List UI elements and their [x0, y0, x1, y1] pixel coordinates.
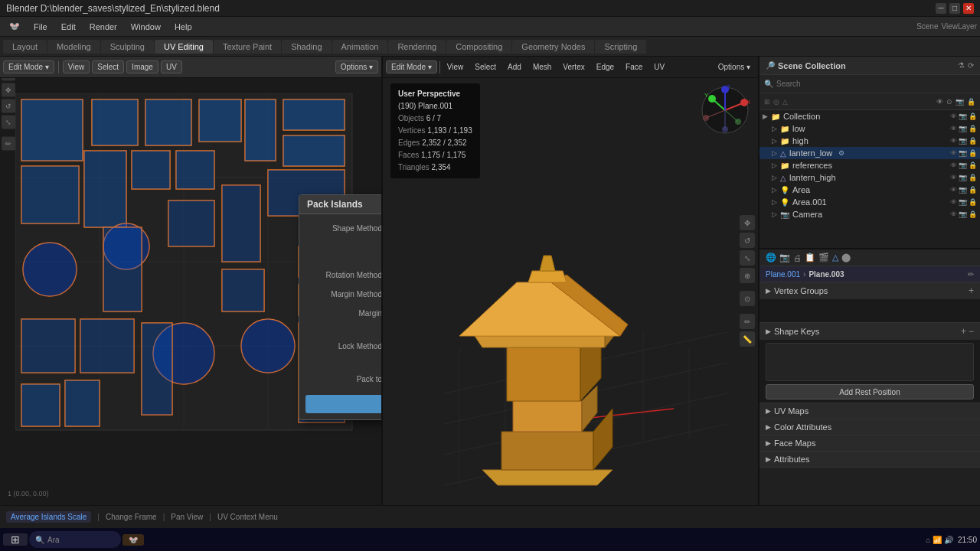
tree-item-camera[interactable]: ▷ 📷 Camera 👁 📷 🔒: [760, 208, 980, 220]
lock-btn-collection[interactable]: 🔒: [969, 112, 977, 120]
vp-vertex-menu[interactable]: Vertex: [558, 61, 589, 73]
menu-render[interactable]: Render: [83, 21, 123, 33]
tree-item-lantern-high[interactable]: ▷ △ lantern_high 👁 📷 🔒: [760, 171, 980, 184]
render-props-icon[interactable]: 📷: [779, 253, 790, 262]
viewport-mode-btn[interactable]: Edit Mode ▾: [386, 60, 437, 73]
taskbar-blender[interactable]: 🐭: [122, 534, 144, 546]
tree-item-high[interactable]: ▷ 📁 high 👁 📷 🔒: [760, 135, 980, 147]
view-layer-icon[interactable]: 📋: [805, 253, 815, 262]
vp-select-menu[interactable]: Select: [470, 61, 501, 73]
taskbar-search[interactable]: 🔍 Ara: [29, 531, 121, 548]
uv-uv-menu[interactable]: UV: [161, 60, 182, 73]
uv-tool-select[interactable]: ↖: [2, 78, 15, 81]
menu-file[interactable]: File: [28, 21, 54, 33]
maximize-button[interactable]: □: [949, 3, 960, 14]
output-props-icon[interactable]: 🖨: [793, 253, 802, 262]
tree-item-collection[interactable]: ▶ 📁 Collection 👁 📷 🔒: [760, 110, 980, 122]
tree-item-area[interactable]: ▷ 💡 Area 👁 📷 🔒: [760, 184, 980, 196]
render-icon[interactable]: 📷: [956, 98, 964, 106]
tree-item-low[interactable]: ▷ 📁 low 👁 📷 🔒: [760, 122, 980, 135]
tree-item-area001[interactable]: ▷ 💡 Area.001 👁 📷 🔒: [760, 196, 980, 208]
vp-options-btn[interactable]: Options ▾: [714, 61, 755, 73]
vertex-groups-section: ▶ Vertex Groups +: [760, 282, 980, 323]
menu-edit[interactable]: Edit: [55, 21, 82, 33]
scene-props-icon[interactable]: 🌐: [766, 253, 776, 262]
vp-uv-menu[interactable]: UV: [649, 61, 669, 73]
scene-icon[interactable]: 🎬: [818, 253, 829, 262]
obj-breadcrumb2[interactable]: Plane.003: [808, 270, 844, 279]
ok-button[interactable]: OK: [305, 395, 383, 413]
vp-cursor[interactable]: ⊙: [740, 291, 755, 306]
obj-edit-icon[interactable]: ✏: [968, 270, 974, 279]
filter-obj-icon[interactable]: ◎: [773, 98, 779, 106]
close-button[interactable]: ✕: [963, 3, 974, 14]
avg-islands-scale-label[interactable]: Average Islands Scale: [6, 511, 91, 523]
tab-geometry-nodes[interactable]: Geometry Nodes: [512, 40, 594, 54]
vp-face-menu[interactable]: Face: [621, 61, 647, 73]
render-btn-collection[interactable]: 📷: [959, 112, 967, 120]
menu-window[interactable]: Window: [125, 21, 167, 33]
vp-tool-move[interactable]: ✥: [740, 215, 755, 230]
uv-image-menu[interactable]: Image: [126, 60, 158, 73]
vp-tool-transform[interactable]: ⊕: [740, 268, 755, 283]
vertex-groups-label: Vertex Groups: [774, 286, 828, 295]
start-button[interactable]: ⊞: [3, 533, 28, 546]
tab-sculpting[interactable]: Sculpting: [101, 40, 154, 54]
vp-add-menu[interactable]: Add: [503, 61, 526, 73]
uv-view-menu[interactable]: View: [63, 60, 90, 73]
tab-compositing[interactable]: Compositing: [446, 40, 511, 54]
add-rest-position-btn[interactable]: Add Rest Position: [766, 384, 974, 399]
menu-help[interactable]: Help: [168, 21, 198, 33]
uv-mode-dropdown[interactable]: Edit Mode ▾: [3, 60, 54, 73]
tab-modeling[interactable]: Modeling: [47, 40, 100, 54]
uv-maps-header[interactable]: ▶ UV Maps: [760, 403, 980, 419]
uv-tool-scale[interactable]: ⤡: [2, 116, 15, 129]
tab-rendering[interactable]: Rendering: [388, 40, 446, 54]
uv-tool-grab[interactable]: ✥: [2, 83, 15, 97]
uv-tool-rotate[interactable]: ↺: [2, 99, 15, 113]
shape-keys-header[interactable]: ▶ Shape Keys + −: [760, 323, 980, 340]
menu-blender[interactable]: 🐭: [3, 20, 26, 33]
attributes-header[interactable]: ▶ Attributes: [760, 452, 980, 467]
edges-count: 2,352 / 2,352: [422, 139, 466, 147]
color-attributes-header[interactable]: ▶ Color Attributes: [760, 419, 980, 435]
vp-measure[interactable]: 📏: [740, 331, 755, 347]
vis-btn-collection[interactable]: 👁: [950, 112, 957, 120]
vp-edge-menu[interactable]: Edge: [592, 61, 619, 73]
sync-icon[interactable]: ⟳: [968, 61, 974, 70]
uv-select-menu[interactable]: Select: [92, 60, 124, 73]
uv-options[interactable]: Options ▾: [335, 60, 378, 73]
minimize-button[interactable]: ─: [936, 3, 946, 14]
uv-tool-annotate[interactable]: ✏: [2, 137, 15, 151]
tab-texture-paint[interactable]: Texture Paint: [214, 40, 281, 54]
cursor-icon[interactable]: ⊙: [946, 98, 952, 106]
gizmo[interactable]: X Y Z: [698, 83, 752, 137]
tab-animation[interactable]: Animation: [332, 40, 388, 54]
material-icon[interactable]: ⬤: [841, 253, 851, 262]
eye-icon[interactable]: 👁: [936, 98, 943, 106]
tab-shading[interactable]: Shading: [282, 40, 331, 54]
tab-scripting[interactable]: Scripting: [595, 40, 646, 54]
filter-icon[interactable]: ⚗: [958, 61, 965, 70]
object-data-icon[interactable]: △: [832, 253, 838, 262]
filter-all-icon[interactable]: ⊞: [764, 98, 770, 106]
face-maps-header[interactable]: ▶ Face Maps: [760, 435, 980, 451]
lock-icon[interactable]: 🔒: [967, 98, 975, 106]
filter-mesh-icon[interactable]: △: [782, 98, 788, 106]
tab-layout[interactable]: Layout: [3, 40, 47, 54]
shape-keys-add-btn[interactable]: +: [961, 326, 966, 337]
shape-keys-remove-btn[interactable]: −: [969, 326, 974, 337]
vp-mesh-menu[interactable]: Mesh: [528, 61, 556, 73]
tree-item-lantern-low[interactable]: ▷ △ lantern_low ⚙ 👁 📷 🔒: [760, 147, 980, 159]
vertex-groups-add-btn[interactable]: +: [969, 285, 974, 296]
vertex-groups-header[interactable]: ▶ Vertex Groups +: [760, 282, 980, 299]
tab-uv-editing[interactable]: UV Editing: [155, 40, 213, 54]
viewport-panel[interactable]: Edit Mode ▾ View Select Add Mesh Vertex …: [383, 57, 758, 505]
vp-tool-scale[interactable]: ⤡: [740, 250, 755, 266]
vp-tool-rotate[interactable]: ↺: [740, 233, 755, 248]
tree-item-references[interactable]: ▷ 📁 references 👁 📷 🔒: [760, 159, 980, 171]
vp-view-menu[interactable]: View: [443, 61, 469, 73]
obj-breadcrumb1[interactable]: Plane.001: [766, 270, 800, 279]
vp-annotate[interactable]: ✏: [740, 314, 755, 329]
search-input[interactable]: [776, 80, 975, 88]
